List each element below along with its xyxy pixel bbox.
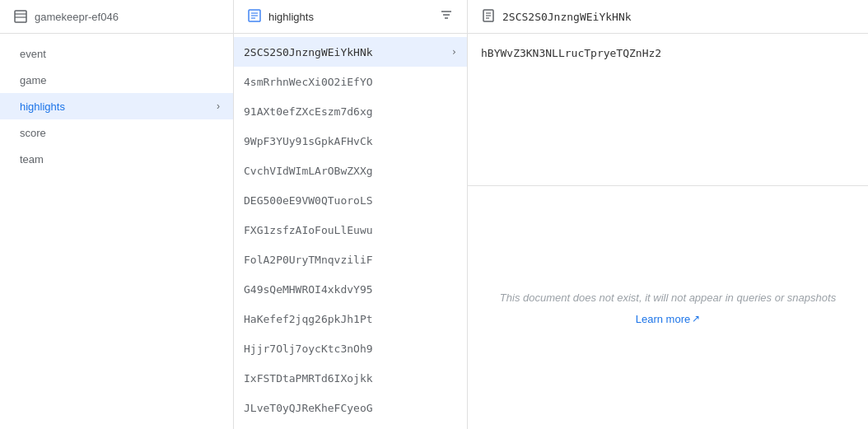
- right-header: 2SCS2S0JnzngWEiYkHNk: [468, 0, 868, 34]
- list-item-label: G49sQeMHWROI4xkdvY95: [244, 283, 457, 296]
- list-item-label: HaKefef2jqg26pkJh1Pt: [244, 313, 457, 325]
- learn-more-label: Learn more: [636, 313, 690, 325]
- chevron-right-icon: ›: [451, 46, 457, 58]
- list-item[interactable]: FolA2P0UryTMnqvziliF: [234, 245, 467, 274]
- list-item-label: 9WpF3YUy91sGpkAFHvCk: [244, 135, 457, 147]
- list-item[interactable]: DEG500eE9VW0QTuoroLS: [234, 185, 467, 215]
- document-icon: [481, 8, 496, 26]
- sidebar-item-label: game: [20, 74, 47, 86]
- collection-icon: [247, 8, 262, 26]
- list-item[interactable]: 9WpF3YUy91sGpkAFHvCk: [234, 126, 467, 156]
- sidebar-nav: eventgamehighlights›scoreteam: [0, 34, 233, 429]
- list-item-label: DEG500eE9VW0QTuoroLS: [244, 194, 457, 207]
- chevron-right-icon: ›: [217, 100, 220, 112]
- sidebar-item-label: team: [20, 153, 44, 166]
- list-item[interactable]: IxFSTDtaPMRTd6IXojkk: [234, 363, 467, 393]
- list-item[interactable]: JSXH0ODUKUlfFWbWC75S: [234, 422, 467, 429]
- database-icon: [13, 9, 28, 24]
- sidebar-item-label: highlights: [20, 100, 65, 113]
- middle-header-left: highlights: [247, 8, 314, 26]
- sidebar-item-team[interactable]: team: [0, 146, 233, 172]
- list-item-label: IxFSTDtaPMRTd6IXojkk: [244, 372, 457, 385]
- list-item-label: 91AXt0efZXcEszm7d6xg: [244, 105, 457, 118]
- list-item-label: JLveT0yQJReKheFCyeoG: [244, 402, 457, 414]
- right-content: hBYWvZ3KN3NLLrucTpryeTQZnHz2 This docume…: [468, 34, 868, 429]
- sidebar-item-score[interactable]: score: [0, 119, 233, 146]
- sidebar: gamekeepr-ef046 eventgamehighlights›scor…: [0, 0, 234, 429]
- document-title: 2SCS2S0JnzngWEiYkHNk: [502, 11, 632, 23]
- not-exist-message: This document does not exist, it will no…: [500, 290, 836, 306]
- sidebar-item-label: score: [20, 127, 46, 139]
- sidebar-item-event[interactable]: event: [0, 40, 233, 67]
- collection-title: highlights: [268, 11, 314, 23]
- list-item-label: 4smRrhnWecXi0O2iEfYO: [244, 76, 457, 88]
- learn-more-link[interactable]: Learn more↗: [636, 313, 700, 325]
- list-item[interactable]: HaKefef2jqg26pkJh1Pt: [234, 304, 467, 333]
- document-bottom-section: This document does not exist, it will no…: [468, 186, 868, 429]
- list-item-label: FolA2P0UryTMnqvziliF: [244, 254, 457, 266]
- sidebar-item-label: event: [20, 48, 46, 60]
- project-title: gamekeepr-ef046: [35, 11, 119, 23]
- middle-panel: highlights 2SCS2S0JnzngWEiYkHNk›4smRrhnW…: [234, 0, 468, 429]
- list-item-label: 2SCS2S0JnzngWEiYkHNk: [244, 46, 451, 58]
- list-item[interactable]: G49sQeMHWROI4xkdvY95: [234, 274, 467, 304]
- list-item-label: Hjjr7Olj7oycKtc3nOh9: [244, 343, 457, 355]
- middle-header: highlights: [234, 0, 467, 34]
- list-item[interactable]: CvchVIdWImLArOBwZXXg: [234, 156, 467, 185]
- right-panel: 2SCS2S0JnzngWEiYkHNk hBYWvZ3KN3NLLrucTpr…: [468, 0, 868, 429]
- list-item-label: FXG1zsfzAIoFouLlEuwu: [244, 224, 457, 236]
- list-item[interactable]: 2SCS2S0JnzngWEiYkHNk›: [234, 37, 467, 67]
- list-item[interactable]: 4smRrhnWecXi0O2iEfYO: [234, 67, 467, 96]
- filter-icon[interactable]: [439, 7, 454, 26]
- document-list: 2SCS2S0JnzngWEiYkHNk›4smRrhnWecXi0O2iEfY…: [234, 34, 467, 429]
- document-top-section: hBYWvZ3KN3NLLrucTpryeTQZnHz2: [468, 34, 868, 186]
- list-item[interactable]: JLveT0yQJReKheFCyeoG: [234, 393, 467, 422]
- list-item[interactable]: Hjjr7Olj7oycKtc3nOh9: [234, 333, 467, 363]
- sidebar-header: gamekeepr-ef046: [0, 0, 233, 34]
- list-item-label: CvchVIdWImLArOBwZXXg: [244, 165, 457, 177]
- svg-rect-0: [15, 11, 26, 22]
- app-layout: gamekeepr-ef046 eventgamehighlights›scor…: [0, 0, 868, 429]
- list-item[interactable]: FXG1zsfzAIoFouLlEuwu: [234, 215, 467, 245]
- sidebar-item-game[interactable]: game: [0, 67, 233, 93]
- document-value: hBYWvZ3KN3NLLrucTpryeTQZnHz2: [481, 47, 661, 59]
- list-item[interactable]: 91AXt0efZXcEszm7d6xg: [234, 96, 467, 126]
- external-link-icon: ↗: [692, 313, 700, 324]
- sidebar-item-highlights[interactable]: highlights›: [0, 93, 233, 119]
